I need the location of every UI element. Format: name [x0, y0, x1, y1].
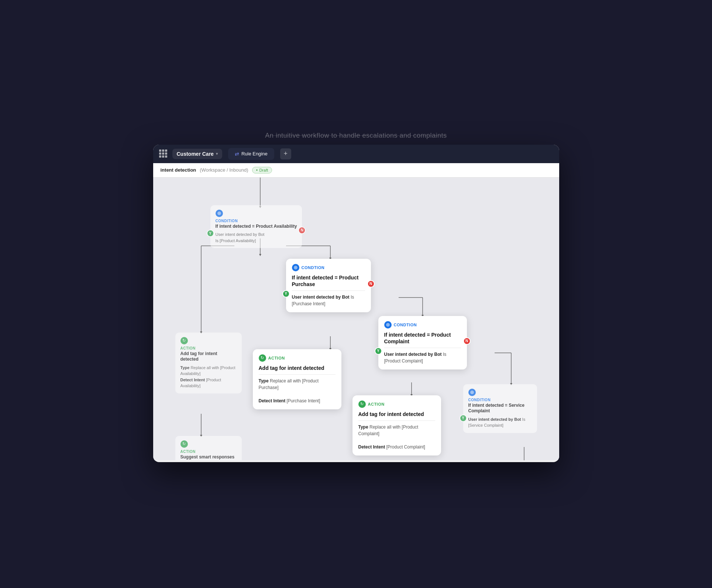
- action-complaint-card[interactable]: ↻ ACTION Add tag for intent detected Typ…: [352, 395, 441, 455]
- action-complaint-title: Add tag for intent detected: [358, 411, 435, 417]
- outer-wrapper: An intuitive workflow to handle escalati…: [153, 128, 559, 460]
- action-purchase-type: ACTION: [268, 356, 285, 360]
- condition-service-title: If intent detected = Service Complaint: [468, 403, 532, 414]
- add-tab-button[interactable]: +: [280, 148, 291, 159]
- action-purchase-detect: Detect Intent [Purchase Intent]: [259, 398, 336, 404]
- bg-condition-1-icon: ◎: [216, 210, 223, 217]
- bg-condition-1-desc: User intent detected by Bot Is [Product …: [216, 231, 297, 244]
- top-nav: Customer Care ▾ ⇄ Rule Engine +: [153, 145, 559, 163]
- yn-yes-service: Y: [460, 415, 467, 422]
- bg-condition-1: ◎ CONDITION If intent detected = Product…: [210, 205, 302, 248]
- action-complaint-detect: Detect Intent [Product Complaint]: [358, 444, 435, 450]
- grid-icon[interactable]: [159, 149, 168, 158]
- bg-action-2-type: ACTION: [180, 450, 196, 454]
- yn-no-purchase: N: [367, 280, 375, 288]
- bg-action-1-type: ACTION: [180, 346, 196, 350]
- bg-action-2-header: ↻ ACTION: [180, 440, 237, 454]
- action-complaint-header: ↻ ACTION: [358, 400, 435, 408]
- rule-engine-icon: ⇄: [235, 151, 239, 157]
- bg-action-1-desc: Type Replace all with [Product Availabil…: [180, 365, 237, 389]
- canvas-area: ◎ CONDITION If intent detected = Product…: [153, 178, 559, 460]
- action-complaint-icon: ↻: [358, 400, 366, 408]
- yn-yes-purchase: Y: [282, 290, 290, 298]
- bg-action-1-header: ↻ ACTION: [180, 337, 237, 351]
- condition-purchase-type: CONDTION: [302, 265, 325, 270]
- rule-name: intent detection: [161, 167, 196, 173]
- condition-purchase-desc: User intent detected by Bot Is [Purchase…: [292, 294, 365, 307]
- brand-chevron: ▾: [216, 152, 218, 156]
- condition-complaint-title: If intent detected = Product Complaint: [384, 331, 461, 345]
- yn-yes-badge-bg1: Y: [207, 230, 214, 237]
- yn-no-complaint: N: [463, 337, 471, 345]
- action-purchase-header: ↻ ACTION: [259, 354, 336, 362]
- yn-yes-complaint: Y: [375, 347, 382, 355]
- condition-purchase-card[interactable]: ◎ CONDTION If intent detected = Product …: [286, 259, 371, 312]
- action-purchase-desc: Type Replace all with [Product Purchase]: [259, 378, 336, 391]
- bg-action-2: ↻ ACTION Suggest smart responses to an a…: [175, 436, 242, 460]
- condition-complaint-card[interactable]: ◎ CONDTION If intent detected = Product …: [378, 316, 467, 369]
- rule-engine-tab[interactable]: ⇄ Rule Engine: [228, 148, 274, 160]
- condition-complaint-icon: ◎: [384, 321, 392, 329]
- action-purchase-title: Add tag for intent detected: [259, 365, 336, 371]
- rule-engine-label: Rule Engine: [241, 151, 268, 157]
- condition-service-card: ◎ CONDITION If intent detected = Service…: [463, 384, 537, 433]
- brand-label: Customer Care: [177, 151, 214, 157]
- action-complaint-type: ACTION: [368, 402, 385, 406]
- draft-label: Draft: [259, 168, 268, 172]
- tagline: An intuitive workflow to handle escalati…: [153, 128, 559, 145]
- condition-purchase-header: ◎ CONDTION: [292, 264, 365, 271]
- condition-complaint-desc: User intent detected by Bot Is [Product …: [384, 351, 461, 364]
- app-window: Customer Care ▾ ⇄ Rule Engine + intent d…: [153, 145, 559, 462]
- breadcrumb: (Workspace / Inbound): [200, 167, 248, 173]
- bg-condition-1-header: ◎ CONDITION: [216, 210, 297, 224]
- draft-badge: Draft: [252, 167, 272, 173]
- sub-header: intent detection (Workspace / Inbound) D…: [153, 163, 559, 178]
- condition-service-icon: ◎: [468, 389, 476, 396]
- condition-complaint-header: ◎ CONDTION: [384, 321, 461, 329]
- condition-service-header: ◎ CONDITION: [468, 389, 532, 403]
- action-purchase-card[interactable]: ↻ ACTION Add tag for intent detected Typ…: [253, 349, 341, 409]
- bg-condition-1-title: If intent detected = Product Availabilit…: [216, 224, 297, 230]
- condition-purchase-title: If intent detected = Product Purchase: [292, 274, 365, 288]
- bg-action-2-title: Suggest smart responses to an agent: [180, 454, 237, 460]
- bg-action-1-icon: ↻: [180, 337, 188, 344]
- bg-condition-1-type: CONDITION: [216, 219, 238, 223]
- yn-no-badge-bg1: N: [298, 227, 306, 234]
- condition-service-desc: User intent detected by Bot Is [Service …: [468, 416, 532, 429]
- condition-purchase-icon: ◎: [292, 264, 299, 271]
- bg-action-1-title: Add tag for intent detected: [180, 351, 237, 362]
- condition-service-type: CONDITION: [468, 398, 491, 402]
- action-purchase-icon: ↻: [259, 354, 266, 362]
- action-complaint-desc: Type Replace all with [Product Complaint…: [358, 424, 435, 437]
- condition-complaint-type: CONDTION: [394, 323, 417, 327]
- brand-selector[interactable]: Customer Care ▾: [172, 149, 222, 159]
- bg-action-2-icon: ↻: [180, 440, 188, 448]
- bg-action-1: ↻ ACTION Add tag for intent detected Typ…: [175, 333, 242, 393]
